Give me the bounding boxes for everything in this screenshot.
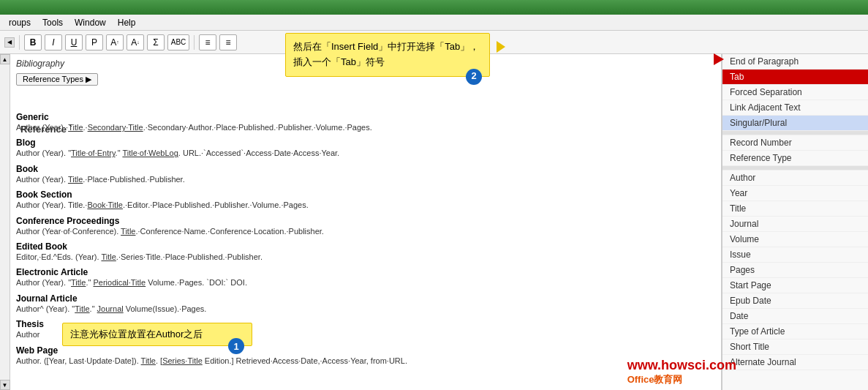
subscript-button[interactable]: A↓ [127,34,144,50]
ref-entry-electronic-title: Electronic Article [16,267,715,277]
ref-entry-blog-text: Author (Year). "Title·of·Entry." Title·o… [16,148,715,159]
toolbar-scroll-left[interactable]: ◀ [4,37,15,48]
ref-entry-generic-title: Generic [16,112,715,122]
ref-entry-edited-book-text: Editor,·Ed.^Eds. (Year). Title.·Series·T… [16,252,715,263]
callout-insert-circle: 2 [466,69,482,85]
right-item-date[interactable]: Date [722,309,868,324]
callout-author-circle: 1 [228,338,244,354]
ref-entry-conference-text: Author (Year·of·Conference). Title.·Conf… [16,226,715,237]
ref-entry-electronic: Electronic Article Author (Year). "Title… [16,267,715,288]
right-item-forced-separation[interactable]: Forced Separation [722,85,868,100]
ref-types-button[interactable]: Reference Types ▶ [16,73,98,86]
right-item-start-page[interactable]: Start Page [722,278,868,293]
plain-button[interactable]: P [86,34,103,50]
callout-insert: 然后在「Insert Field」中打开选择「Tab」，插入一个「Tab」符号 … [285,33,490,77]
ref-entry-conference: Conference Proceedings Author (Year·of·C… [16,216,715,237]
ref-entry-book: Book Author (Year). Title.·Place·Publish… [16,164,715,185]
align-left-button[interactable]: ≡ [199,34,216,50]
superscript-button[interactable]: A↑ [106,34,124,50]
ref-entry-blog: Blog Author (Year). "Title·of·Entry." Ti… [16,138,715,159]
menu-window[interactable]: Window [69,16,112,29]
scroll-down[interactable]: ▼ [0,380,10,390]
ref-entry-webpage-title: Web Page [16,345,715,356]
ref-entry-generic-text: Author (Year).·Title.·Secondary·Title.·S… [16,122,715,133]
italic-button[interactable]: I [45,34,62,50]
right-item-epub-date[interactable]: Epub Date [722,293,868,309]
right-item-issue[interactable]: Issue [722,247,868,263]
menu-tools[interactable]: Tools [37,16,69,29]
watermark: www.howsci.com Office教育网 [627,358,736,386]
ref-entry-journal-title: Journal Article [16,293,715,304]
bold-button[interactable]: B [24,34,42,50]
underline-button[interactable]: U [65,34,83,50]
right-item-pages[interactable]: Pages [722,263,868,278]
ref-entry-book-title: Book [16,164,715,174]
callout-author-text: 注意光标位置放置在Author之后 [70,329,203,340]
ref-entry-blog-title: Blog [16,138,715,148]
right-item-short-title[interactable]: Short Title [722,340,868,355]
right-item-year[interactable]: Year [722,186,868,201]
ref-entry-book-section: Book Section Author (Year). Title.·Book·… [16,190,715,211]
right-item-end-of-paragraph[interactable]: End of Paragraph [722,54,868,70]
toolbar-sep-2 [194,35,195,50]
ref-entry-webpage-text: Author. ([Year, Last·Update·Date]). Titl… [16,356,715,367]
right-panel-list: End of Paragraph Tab Forced Separation L… [722,54,868,370]
ref-entry-journal: Journal Article Author^ (Year). "Title."… [16,293,715,315]
ref-entry-book-section-title: Book Section [16,190,715,200]
reference-label: Reference ` [20,124,72,135]
title-bar [0,0,868,15]
right-item-author[interactable]: Author [722,170,868,186]
right-panel: End of Paragraph Tab Forced Separation L… [722,54,868,390]
callout-insert-text: 然后在「Insert Field」中打开选择「Tab」，插入一个「Tab」符号 [293,41,479,67]
watermark-brand: Office教育网 [627,373,736,386]
toolbar-sep-1 [19,35,20,50]
menu-groups[interactable]: roups [3,16,37,29]
ref-entry-webpage: Web Page Author. ([Year, Last·Update·Dat… [16,345,715,367]
callout-author: 注意光标位置放置在Author之后 1 [62,323,252,346]
menu-bar: roups Tools Window Help [0,15,868,31]
ref-entry-book-text: Author (Year). Title.·Place·Published.·P… [16,174,715,185]
sigma-button[interactable]: Σ [147,34,165,50]
right-item-singular-plural[interactable]: Singular/Plural [722,116,868,131]
right-item-title[interactable]: Title [722,201,868,217]
left-scrollbar[interactable]: ▲ ▼ [0,54,10,390]
right-item-tab[interactable]: Tab [722,70,868,85]
menu-help[interactable]: Help [112,16,142,29]
right-item-link-adjacent[interactable]: Link Adjacent Text [722,100,868,116]
tab-arrow [714,53,724,65]
ref-entry-book-section-text: Author (Year). Title.·Book·Title.·Editor… [16,200,715,211]
ref-entry-edited-book: Edited Book Editor,·Ed.^Eds. (Year). Tit… [16,241,715,263]
ref-entry-journal-text: Author^ (Year). "Title." Journal Volume(… [16,304,715,315]
right-item-type-of-article[interactable]: Type of Article [722,324,868,340]
scroll-up[interactable]: ▲ [0,54,10,64]
ref-entry-electronic-text: Author (Year). "Title." Periodical·Title… [16,277,715,288]
ref-entry-edited-book-title: Edited Book [16,241,715,252]
right-item-journal[interactable]: Journal [722,217,868,232]
right-item-reference-type[interactable]: Reference Type [722,151,868,166]
ref-entry-generic: Generic Author (Year).·Title.·Secondary·… [16,112,715,133]
ref-entry-conference-title: Conference Proceedings [16,216,715,226]
callout-insert-arrow [497,41,505,53]
right-item-alternate-journal[interactable]: Alternate Journal [722,355,868,370]
watermark-site: www.howsci.com [627,358,736,373]
align-right-button[interactable]: ≡ [219,34,237,50]
abc-button[interactable]: ABC [167,34,189,50]
right-item-volume[interactable]: Volume [722,232,868,247]
right-item-record-number[interactable]: Record Number [722,135,868,151]
